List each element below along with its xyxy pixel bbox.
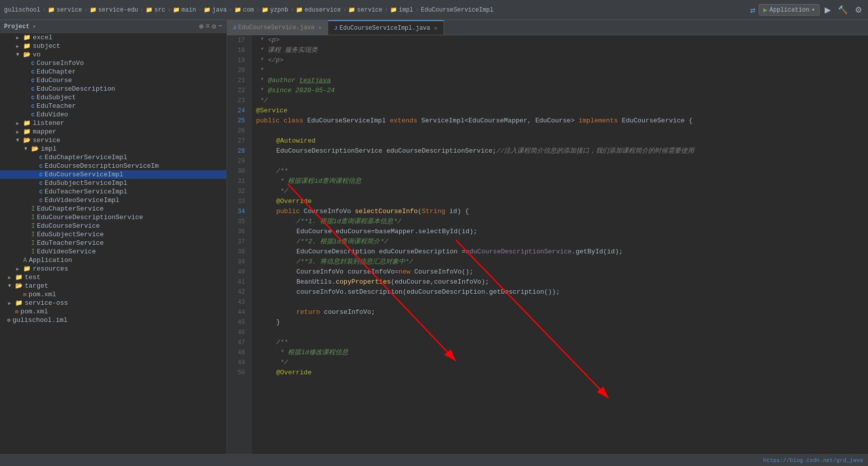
tree-item-edusubjectserviceimpl[interactable]: C EduSubjectServiceImpl [0,179,226,187]
breadcrumb-class-label: EduCourseServiceImpl [421,7,493,14]
tab-educourseserviceimpl[interactable]: J EduCourseServiceImpl.java ✕ [328,20,444,35]
build-button[interactable]: 🔨 [836,4,850,16]
tree-item-educhapter[interactable]: C EduChapter [0,68,226,76]
folder-icon: 📁 [262,7,269,13]
tree-item-vo[interactable]: ▼ 📂 vo [0,50,226,59]
interface-icon: I [31,240,35,247]
tree-item-educhapterserviceimpl[interactable]: C EduChapterServiceImpl [0,153,226,162]
tree-item-mapper[interactable]: ▶ 📁 mapper [0,127,226,136]
tree-item-excel[interactable]: ▶ 📁 excel [0,33,226,42]
tree-item-eduvideo[interactable]: C EduVideo [0,110,226,119]
gear-icon[interactable]: ⚙ [212,22,216,31]
close-sidebar-icon[interactable]: − [218,22,222,31]
app-icon: ▶ [763,6,767,14]
tree-item-educoursedesc[interactable]: C EduCourseDescription [0,85,226,93]
tree-item-educoursedescservice[interactable]: I EduCourseDescriptionService [0,213,226,222]
tree-label: listener [33,119,64,127]
tree-item-educoursedescserviceimpl[interactable]: C EduCourseDescriptionServiceIm [0,162,226,170]
folder-icon: 📁 [23,128,31,136]
breadcrumb-eduservice[interactable]: 📁 eduservice [296,7,341,14]
breadcrumb-class[interactable]: EduCourseServiceImpl [421,7,493,14]
breadcrumb-java[interactable]: 📁 java [204,7,227,14]
tree-item-eduteacher[interactable]: C EduTeacher [0,102,226,110]
sidebar-header: Project ▾ ⊕ ≡ ⚙ − [0,20,226,33]
code-editor[interactable]: 17 18 19 20 21 22 23 24 25 26 27 28 29 3… [227,35,868,454]
breadcrumb-com-label: com [243,7,254,14]
tree-label: gulischool.iml [13,316,68,324]
tree-item-eduteacherservice[interactable]: I EduTeacherService [0,239,226,247]
folder-open-icon: 📂 [23,51,31,58]
breadcrumb-service-label: service [56,7,82,14]
breadcrumb-impl[interactable]: 📁 impl [390,7,413,14]
breadcrumb-service-edu[interactable]: 📁 service-edu [90,7,138,14]
breadcrumb-root[interactable]: gulischool [4,7,40,14]
tree-item-impl[interactable]: ▼ 📂 impl [0,145,226,153]
tree-label: EduTeacherService [37,239,104,247]
tree-item-target[interactable]: ▼ 📂 target [0,282,226,290]
tree-item-subject[interactable]: ▶ 📁 subject [0,42,226,50]
breadcrumb-main[interactable]: 📁 main [173,7,196,14]
tree-label: EduSubjectService [37,231,104,238]
tree-label: Application [29,256,72,264]
tree-item-educourse[interactable]: C EduCourse [0,76,226,85]
breadcrumb-service[interactable]: 📁 service [48,7,82,14]
tree-item-educourseserviceimpl[interactable]: C EduCourseServiceImpl [0,170,226,179]
folder-icon: 📁 [90,7,97,13]
line-num: 46 [231,327,248,338]
tree-item-resources[interactable]: ▶ 📁 resources [0,264,226,273]
code-line-20: * [256,65,864,76]
tree-item-listener[interactable]: ▶ 📁 listener [0,119,226,127]
code-line-39: /**3. 将信息封装到信息汇总对象中*/ [256,257,864,267]
code-line-48: * 根据id修改课程信息 [256,348,864,358]
tree-label: excel [33,34,52,41]
settings-button[interactable]: ⚙ [853,4,864,16]
folder-icon: 📁 [15,299,23,307]
tree-item-eduteacherserviceimpl[interactable]: C EduTeacherServiceImpl [0,187,226,196]
tree-item-eduvideoservice[interactable]: I EduVideoService [0,247,226,256]
tree-item-service-oss[interactable]: ▶ 📁 service-oss [0,299,226,307]
tree-item-gulischool-iml[interactable]: ⚙ gulischool.iml [0,316,226,324]
sidebar-header-left: Project ▾ [4,23,36,30]
breadcrumb-src[interactable]: 📁 src [146,7,165,14]
navigate-button[interactable]: ⇄ [750,5,756,16]
breadcrumb-yzpnb[interactable]: 📁 yzpnb [262,7,288,14]
tab-educourseservice[interactable]: J EduCourseService.java ✕ [227,20,328,35]
app-file-icon: A [23,257,27,264]
line-num: 20 [231,65,248,76]
line-num: 35 [231,217,248,227]
run-config[interactable]: ▶ Application ▾ [759,4,820,16]
interface-icon: I [31,223,35,230]
iml-icon: ⚙ [7,317,11,323]
line-num: 41 [231,277,248,287]
tree-item-educourseservice[interactable]: I EduCourseService [0,222,226,230]
tree-item-edusubjectservice[interactable]: I EduSubjectService [0,230,226,239]
java-icon: C [39,189,43,195]
java-icon: C [31,112,35,118]
tree-label: EduCourseDescriptionServiceIm [45,162,159,170]
collapse-all-icon[interactable]: ≡ [206,22,210,31]
tree-item-eduvideoserviceimpl[interactable]: C EduVideoServiceImpl [0,196,226,205]
tree-item-educhapterservice[interactable]: I EduChapterService [0,205,226,213]
breadcrumb-yzpnb-label: yzpnb [270,7,288,14]
folder-icon: 📁 [204,7,211,13]
tree-item-courseinfovo[interactable]: C CourseInfoVo [0,59,226,68]
scroll-to-source-icon[interactable]: ⊕ [199,22,203,31]
tree-label: resources [33,265,68,273]
tab-close-icon[interactable]: ✕ [435,25,438,31]
breadcrumb-com[interactable]: 📁 com [234,7,254,14]
tree-item-edusubject[interactable]: C EduSubject [0,93,226,102]
top-bar: gulischool › 📁 service › 📁 service-edu ›… [0,0,868,20]
sidebar-dropdown[interactable]: ▾ [32,23,36,30]
tree-item-application[interactable]: A Application [0,256,226,264]
tree-item-pom1[interactable]: m pom.xml [0,290,226,299]
code-line-28: EduCourseDescriptionService eduCourseDes… [256,146,864,156]
top-bar-right: ⇄ ▶ Application ▾ ▶ 🔨 ⚙ [750,4,864,16]
tree-item-service[interactable]: ▼ 📂 service [0,136,226,145]
run-button[interactable]: ▶ [823,4,833,16]
tree-item-test[interactable]: ▶ 📁 test [0,273,226,282]
line-num: 47 [231,338,248,348]
tree-item-pom2[interactable]: m pom.xml [0,307,226,316]
folder-icon: 📁 [146,7,153,13]
breadcrumb-svc[interactable]: 📁 service [348,7,382,14]
tab-close-icon[interactable]: ✕ [319,25,322,31]
